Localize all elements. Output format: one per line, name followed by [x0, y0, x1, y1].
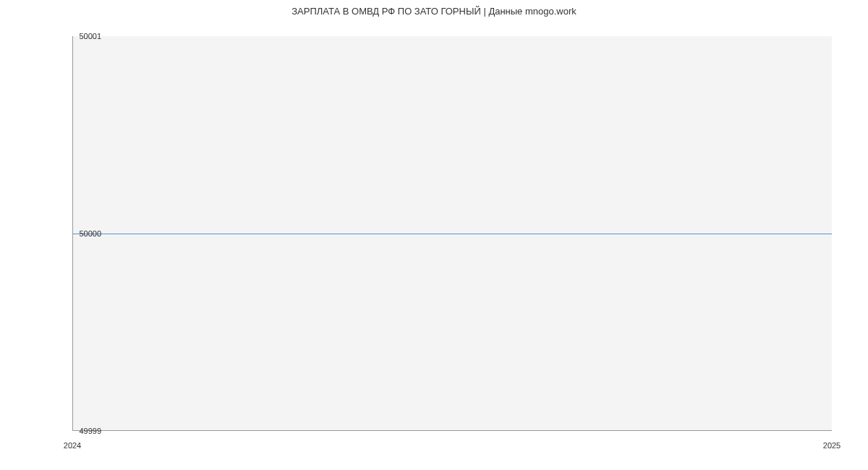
- y-tick-50001: 50001: [79, 32, 101, 40]
- chart-container: [72, 36, 832, 431]
- data-line: [73, 234, 832, 234]
- x-tick-2025: 2025: [823, 441, 841, 450]
- y-tick-50000: 50000: [79, 229, 101, 238]
- y-tick-49999: 49999: [79, 427, 101, 435]
- x-tick-2024: 2024: [64, 441, 81, 450]
- plot-area: [72, 36, 832, 431]
- chart-title: ЗАРПЛАТА В ОМВД РФ ПО ЗАТО ГОРНЫЙ | Данн…: [292, 6, 576, 17]
